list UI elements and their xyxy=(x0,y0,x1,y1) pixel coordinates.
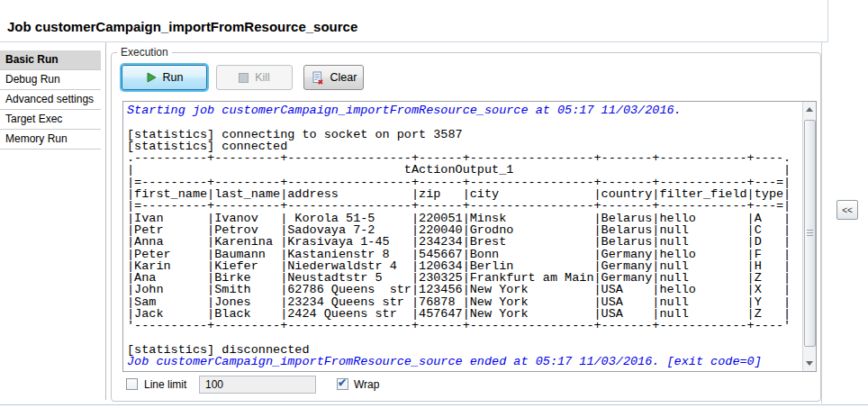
kill-button-label: Kill xyxy=(255,71,270,84)
console-line: |Anna |Karenina |Krasivaya 1-45 |234234|… xyxy=(127,236,802,248)
run-button[interactable]: Run xyxy=(122,65,207,90)
line-limit-input[interactable] xyxy=(199,376,316,394)
line-limit-checkbox[interactable] xyxy=(126,378,138,390)
page-title: Job customerCampaign_importFromResource_… xyxy=(7,19,357,34)
stop-icon xyxy=(239,73,249,83)
job-title-bar: Job customerCampaign_importFromResource_… xyxy=(0,0,828,42)
view-right-border xyxy=(821,42,822,403)
console-line: |=---------+---------+-----------------+… xyxy=(127,200,802,212)
kill-button[interactable]: Kill xyxy=(216,65,293,90)
scrollbar-up-arrow-icon[interactable] xyxy=(803,103,816,116)
scrollbar-down-arrow-icon[interactable] xyxy=(803,357,816,370)
scrollbar-grip-icon xyxy=(807,230,813,237)
console-line: |Ana |Birke |Neustadtstr 5 |230325|Frank… xyxy=(127,272,802,284)
clear-document-icon xyxy=(311,71,324,85)
console-line: |Karin |Kiefer |Niederwaldstr 4 |120634|… xyxy=(127,260,802,272)
clear-button[interactable]: Clear xyxy=(303,65,364,90)
play-icon xyxy=(146,72,157,83)
console-line: [statistics] connecting to socket on por… xyxy=(127,129,802,141)
console-line: |Peter |Baumann |Kastanienstr 8 |545667|… xyxy=(127,249,802,260)
console-line: Starting job customerCampaign_importFrom… xyxy=(127,104,802,116)
sidebar-item-memory-run[interactable]: Memory Run xyxy=(0,130,101,150)
console-vertical-scrollbar[interactable] xyxy=(802,102,816,371)
console-line: [statistics] disconnected xyxy=(127,344,802,356)
console-line: |first_name|last_name|address |zip |city… xyxy=(127,188,802,200)
console-line: Job customerCampaign_importFromResource_… xyxy=(127,356,802,367)
console-output: Starting job customerCampaign_importFrom… xyxy=(123,102,802,371)
sidebar-item-target-exec[interactable]: Target Exec xyxy=(0,110,101,130)
scrollbar-thumb[interactable] xyxy=(804,120,816,347)
wrap-label: Wrap xyxy=(354,378,379,391)
console-line: |Petr |Petrov |Sadovaya 7-2 |220040|Grod… xyxy=(127,224,802,236)
console-line: | tActionOutput_1 | xyxy=(127,164,802,176)
run-button-label: Run xyxy=(163,71,184,84)
sidebar-item-basic-run[interactable]: Basic Run xyxy=(0,50,101,70)
run-view-tab-list: Basic Run Debug Run Advanced settings Ta… xyxy=(0,50,101,150)
console-line: |Ivan |Ivanov | Korola 51-5 |220051|Mins… xyxy=(127,213,802,224)
console-line: |John |Smith |62786 Queens str|123456|Ne… xyxy=(127,284,802,295)
clear-button-label: Clear xyxy=(330,71,357,84)
sidebar-item-advanced-settings[interactable]: Advanced settings xyxy=(0,90,101,110)
execution-console[interactable]: Starting job customerCampaign_importFrom… xyxy=(122,101,817,372)
console-line xyxy=(127,332,802,344)
console-line xyxy=(127,116,802,128)
collapse-panel-button[interactable]: << xyxy=(836,200,858,220)
line-limit-label: Line limit xyxy=(144,378,186,391)
console-line: .----------+---------+-----------------+… xyxy=(127,152,802,164)
sidebar-item-debug-run[interactable]: Debug Run xyxy=(0,70,101,90)
console-line: [statistics] connected xyxy=(127,141,802,152)
view-bottom-border xyxy=(0,404,868,405)
sidebar-divider xyxy=(105,42,106,400)
console-line: '----------+---------+-----------------+… xyxy=(127,320,802,331)
console-line: |=---------+---------+-----------------+… xyxy=(127,177,802,188)
console-line: |Sam |Jones |23234 Queens str |76878 |Ne… xyxy=(127,296,802,308)
console-line: |Jack |Black |2424 Queens str |457647|Ne… xyxy=(127,308,802,320)
wrap-checkbox[interactable] xyxy=(337,378,348,390)
execution-group-label: Execution xyxy=(117,46,172,59)
